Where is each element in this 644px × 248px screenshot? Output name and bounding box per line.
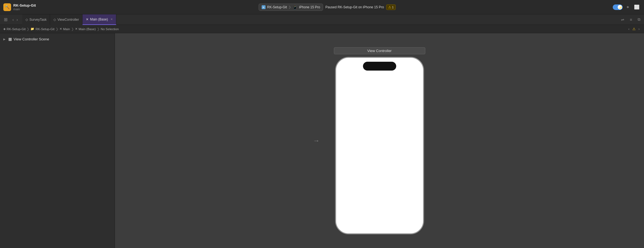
iphone-notch bbox=[363, 62, 396, 71]
tab-survey-task[interactable]: ◇ SurveyTask bbox=[22, 14, 50, 25]
appearance-toggle[interactable]: 🌙 bbox=[613, 4, 623, 10]
breadcrumb-sep-3: ❯ bbox=[71, 27, 74, 31]
iphone-screen bbox=[336, 58, 423, 233]
breadcrumb-sep-1: ❯ bbox=[27, 27, 29, 31]
status-text: Paused RK-Setup-Git on iPhone 15 Pro bbox=[325, 5, 384, 9]
breadcrumb-main[interactable]: ✕ Main bbox=[60, 27, 70, 31]
breadcrumb-folder-icon: 📁 bbox=[30, 27, 34, 31]
status-area: Paused RK-Setup-Git on iPhone 15 Pro ⚠ 1 bbox=[325, 4, 396, 10]
canvas-area[interactable]: → View Controller bbox=[115, 33, 644, 248]
tab-main-base[interactable]: ✕ Main (Base) ✕ bbox=[83, 14, 116, 25]
canvas-split-button[interactable]: ⧉ bbox=[636, 16, 642, 23]
scene-expand-icon[interactable]: ▶ bbox=[3, 38, 7, 41]
scheme-icon: ◈ bbox=[262, 5, 266, 9]
breadcrumb-main-base-icon: ✕ bbox=[75, 27, 78, 31]
breadcrumb-no-selection[interactable]: No Selection bbox=[101, 27, 119, 31]
main-area: ▶ ▦ View Controller Scene → View Control… bbox=[0, 33, 644, 248]
survey-task-tab-label: SurveyTask bbox=[29, 18, 47, 22]
entry-point-arrow: → bbox=[313, 137, 320, 144]
breadcrumb-sep-2: ❯ bbox=[56, 27, 58, 31]
breadcrumb-main-icon: ✕ bbox=[60, 27, 62, 31]
titlebar: 🔨 RK-Setup-Git main ◈ RK-Setup-Git ❯ 📱 i… bbox=[0, 0, 644, 14]
breadcrumb-right: ‹ ⚠ › bbox=[627, 26, 641, 32]
main-base-tab-close[interactable]: ✕ bbox=[110, 18, 113, 21]
cursor-button[interactable]: ⌖ bbox=[625, 4, 630, 11]
project-name: RK-Setup-Git bbox=[13, 3, 36, 7]
breadcrumb-warning-icon: ⚠ bbox=[632, 27, 636, 31]
breadcrumb-folder-label: RK-Setup-Git bbox=[35, 27, 54, 31]
main-base-tab-icon: ✕ bbox=[86, 17, 89, 21]
project-branch: main bbox=[13, 7, 36, 11]
project-info: RK-Setup-Git main bbox=[13, 3, 36, 11]
view-controller-tab-icon: ◇ bbox=[53, 18, 56, 22]
warning-count: 1 bbox=[392, 6, 394, 9]
tab-grid-button[interactable]: ⊞ bbox=[2, 16, 9, 23]
split-view-button[interactable]: ⇌ bbox=[620, 17, 626, 23]
app-logo: 🔨 bbox=[3, 3, 11, 11]
scene-label: View Controller Scene bbox=[14, 37, 49, 41]
vc-label: View Controller bbox=[367, 49, 392, 53]
breadcrumb-root-label: RK-Setup-Git bbox=[7, 27, 25, 31]
breadcrumb-back-button[interactable]: ‹ bbox=[627, 26, 630, 32]
survey-task-tab-icon: ◇ bbox=[25, 18, 28, 22]
tab-view-controller[interactable]: ◇ ViewController bbox=[50, 14, 83, 25]
toggle-knob: 🌙 bbox=[618, 5, 622, 9]
breadcrumb-forward-button[interactable]: › bbox=[637, 26, 641, 32]
layout-button[interactable]: ⬜ bbox=[633, 3, 641, 11]
warning-icon: ⚠ bbox=[388, 5, 391, 9]
breadcrumb-main-base-label: Main (Base) bbox=[79, 27, 96, 31]
breadcrumb-no-selection-label: No Selection bbox=[101, 27, 119, 31]
device-name: iPhone 15 Pro bbox=[299, 5, 320, 9]
scheme-chevron: ❯ bbox=[288, 5, 291, 9]
scene-type-icon: ▦ bbox=[8, 37, 12, 41]
scene-item-view-controller[interactable]: ▶ ▦ View Controller Scene bbox=[0, 35, 115, 43]
editor-menu-button[interactable]: ≡ bbox=[628, 17, 633, 23]
scheme-selector[interactable]: ◈ RK-Setup-Git ❯ 📱 iPhone 15 Pro bbox=[259, 4, 323, 11]
titlebar-right: 🌙 ⌖ ⬜ bbox=[613, 3, 641, 11]
scheme-name: RK-Setup-Git bbox=[267, 5, 287, 9]
breadcrumb-main-base[interactable]: ✕ Main (Base) bbox=[75, 27, 96, 31]
left-panel: ▶ ▦ View Controller Scene bbox=[0, 33, 115, 248]
view-controller-tab-label: ViewController bbox=[57, 18, 79, 22]
main-base-tab-label: Main (Base) bbox=[90, 17, 108, 21]
iphone-mockup bbox=[335, 57, 424, 234]
tabbar: ⊞ ‹ › ◇ SurveyTask ◇ ViewController ✕ Ma… bbox=[0, 14, 644, 25]
tab-nav-forward[interactable]: › bbox=[16, 17, 19, 23]
warning-badge[interactable]: ⚠ 1 bbox=[386, 4, 396, 10]
breadcrumb-sep-4: ❯ bbox=[97, 27, 100, 31]
tab-nav-back[interactable]: ‹ bbox=[11, 17, 15, 23]
vc-label-bar: View Controller bbox=[334, 47, 425, 54]
breadcrumb-folder[interactable]: 📁 RK-Setup-Git bbox=[30, 27, 54, 31]
breadcrumb-root-icon: ◈ bbox=[3, 27, 6, 31]
titlebar-center: ◈ RK-Setup-Git ❯ 📱 iPhone 15 Pro Paused … bbox=[44, 4, 610, 11]
breadcrumb-root[interactable]: ◈ RK-Setup-Git bbox=[3, 27, 25, 31]
tabbar-right: ⇌ ≡ ⧉ bbox=[620, 16, 642, 23]
breadcrumb-bar: ◈ RK-Setup-Git ❯ 📁 RK-Setup-Git ❯ ✕ Main… bbox=[0, 25, 644, 33]
device-icon: 📱 bbox=[293, 5, 297, 9]
tab-nav-arrows: ‹ › bbox=[11, 17, 19, 23]
view-controller-container[interactable]: View Controller bbox=[334, 47, 425, 234]
breadcrumb-main-label: Main bbox=[63, 27, 70, 31]
